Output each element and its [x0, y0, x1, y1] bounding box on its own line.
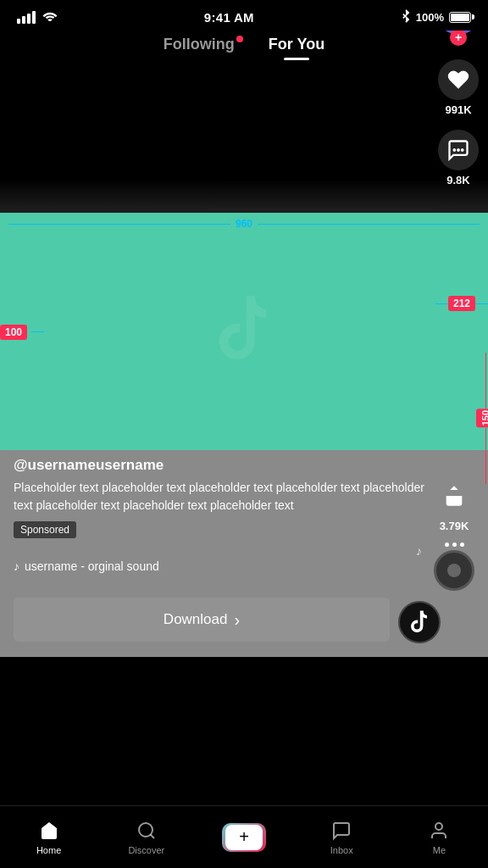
inbox-label: Inbox — [330, 845, 353, 855]
bottom-info: @usernameusername Placeholder text place… — [0, 450, 488, 657]
notification-dot — [236, 36, 243, 42]
wifi-icon — [42, 9, 58, 25]
svg-point-5 — [461, 148, 464, 152]
sound-label: username - orginal sound — [25, 559, 159, 573]
bluetooth-icon — [401, 9, 411, 25]
music-notes: ♪ — [416, 544, 422, 558]
video-content-wrapper: 960 100 212 15 — [0, 213, 488, 450]
width-measurement: 960 — [0, 218, 488, 230]
svg-line-7 — [150, 834, 153, 837]
plus-icon: + — [225, 825, 263, 850]
me-label: Me — [433, 845, 446, 855]
music-disc: ♪ — [434, 550, 474, 591]
tab-home[interactable]: Home — [0, 820, 97, 855]
status-time: 9:41 AM — [204, 10, 254, 25]
sponsored-badge: Sponsored — [14, 521, 76, 538]
follow-plus-icon: + — [450, 29, 467, 46]
tiktok-watermark — [210, 296, 278, 367]
video-frame[interactable]: 960 100 212 15 — [0, 213, 488, 450]
tab-bar: Home Discover + Inbox Me — [0, 805, 488, 868]
svg-point-8 — [435, 823, 442, 830]
username[interactable]: @usernameusername — [14, 457, 425, 474]
status-bar: 9:41 AM 100% — [0, 0, 488, 31]
tab-foryou[interactable]: For You — [269, 36, 324, 60]
sound-row[interactable]: ♪ username - orginal sound — [14, 559, 159, 573]
right-measurement: 212 — [435, 296, 488, 311]
left-measurement: 100 — [0, 324, 27, 339]
share-count: 3.79K — [440, 520, 469, 532]
nav-header: Following For You — [0, 31, 488, 60]
svg-point-3 — [453, 148, 457, 152]
download-button[interactable]: Download › — [14, 598, 390, 642]
tab-plus[interactable]: + — [195, 823, 292, 852]
like-button[interactable]: 991K — [438, 59, 479, 116]
tab-inbox[interactable]: Inbox — [293, 820, 391, 855]
signal-icon — [17, 11, 36, 24]
tiktok-logo-disc — [398, 601, 441, 643]
video-feed: 960 100 212 15 — [0, 60, 488, 657]
comment-button[interactable]: 9.8K — [438, 130, 479, 186]
battery-icon — [449, 12, 471, 23]
discover-label: Discover — [128, 845, 164, 855]
status-left — [17, 9, 58, 25]
height-measurement: 150 — [476, 353, 488, 484]
comment-count: 9.8K — [446, 174, 469, 186]
status-right: 100% — [401, 9, 471, 25]
svg-point-4 — [457, 148, 460, 152]
caption: Placeholder text placeholder text placeh… — [14, 479, 425, 515]
music-icon: ♪ — [14, 559, 19, 573]
tab-following[interactable]: Following — [164, 36, 235, 60]
more-options[interactable] — [445, 542, 464, 547]
battery-percentage: 100% — [416, 11, 444, 24]
like-count: 991K — [445, 103, 471, 116]
home-label: Home — [36, 845, 61, 855]
video-black-top — [0, 60, 488, 213]
tab-me[interactable]: Me — [391, 820, 488, 855]
share-button[interactable]: 3.79K — [434, 476, 474, 532]
svg-point-6 — [139, 823, 152, 837]
tab-discover[interactable]: Discover — [97, 820, 195, 855]
